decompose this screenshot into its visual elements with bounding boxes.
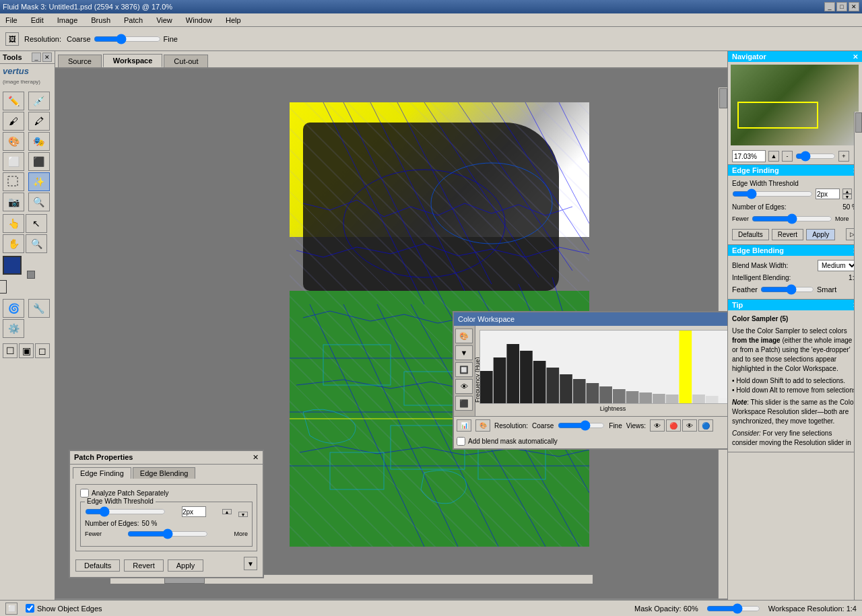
patch-threshold-down[interactable]: ▼ xyxy=(238,512,248,517)
tab-source[interactable]: Source xyxy=(58,55,102,67)
tool-bottom1[interactable]: ☐ xyxy=(3,343,18,358)
show-edges-checkbox[interactable] xyxy=(26,604,34,613)
cw-tool1[interactable]: 🎨 xyxy=(455,329,473,343)
patch-collapse-btn[interactable]: ▼ xyxy=(244,557,257,570)
cw-resolution-slider[interactable] xyxy=(558,420,605,431)
ef-threshold-slider[interactable] xyxy=(732,189,813,199)
tool-lasso[interactable] xyxy=(3,172,24,191)
menu-view[interactable]: View xyxy=(154,15,175,25)
patch-tab-edge-blending[interactable]: Edge Blending xyxy=(133,467,196,479)
mask-opacity-slider[interactable] xyxy=(706,603,760,614)
edge-blending-title: Edge Blending xyxy=(732,246,784,254)
tab-cutout[interactable]: Cut-out xyxy=(164,55,208,67)
tool-paint-right[interactable]: 🎭 xyxy=(28,132,50,151)
patch-threshold-up[interactable]: ▲ xyxy=(222,509,232,514)
ef-spin-btns: ▲ ▼ xyxy=(842,189,852,199)
right-panel-scrollbar[interactable] xyxy=(854,112,862,600)
ef-up-btn[interactable]: ▲ xyxy=(842,189,852,194)
pattern-swatch xyxy=(27,271,35,279)
tool-eyedropper[interactable]: 💉 xyxy=(28,92,50,110)
menu-edit[interactable]: Edit xyxy=(28,15,46,25)
nav-zoom-up[interactable]: ▲ xyxy=(768,151,779,162)
patch-close-btn[interactable]: ✕ xyxy=(253,453,259,462)
cw-views-label: Views: xyxy=(626,422,646,430)
nav-zoom-in[interactable]: + xyxy=(838,151,849,162)
patch-defaults-btn[interactable]: Defaults xyxy=(75,559,120,572)
cw-view2[interactable]: 🔴 xyxy=(666,419,681,432)
tool-select-right[interactable]: ⬛ xyxy=(28,152,50,171)
tool-zoom-region[interactable]: 🔍 xyxy=(28,193,50,211)
tools-close-btn[interactable]: ✕ xyxy=(42,53,52,62)
tool-zoom[interactable]: 🔍 xyxy=(26,234,47,253)
eb-blend-mask-select[interactable]: Narrow Medium Wide xyxy=(818,260,858,271)
resolution-slider[interactable] xyxy=(94,34,161,44)
right-panel-scroll-thumb[interactable] xyxy=(855,112,862,133)
tool-smudge[interactable]: 👆 xyxy=(3,214,24,233)
patch-edges-slider[interactable] xyxy=(127,528,208,539)
patch-analyze-group: Analyze Patch Separately Edge Width Thre… xyxy=(75,484,257,551)
cw-palette-btn[interactable]: 🎨 xyxy=(475,419,490,432)
tool-crop-view[interactable]: 📷 xyxy=(3,193,24,211)
menu-image[interactable]: Image xyxy=(55,15,81,25)
scroll-thumb-v[interactable] xyxy=(719,88,727,108)
nav-zoom-out[interactable]: - xyxy=(782,151,793,162)
minimize-button[interactable]: _ xyxy=(824,2,835,11)
tool-select-left[interactable]: ⬜ xyxy=(3,152,24,171)
tool-extra3[interactable]: ⚙️ xyxy=(3,319,24,338)
ef-apply-btn[interactable]: Apply xyxy=(806,229,835,240)
ef-threshold-input[interactable] xyxy=(816,189,840,199)
patch-revert-btn[interactable]: Revert xyxy=(124,559,163,572)
nav-zoom-input[interactable] xyxy=(732,150,766,162)
eb-blend-mask-label: Blend Mask Width: xyxy=(732,262,788,269)
navigator-close[interactable]: ✕ xyxy=(853,53,858,61)
analyze-checkbox[interactable] xyxy=(80,489,89,498)
nav-zoom-slider[interactable] xyxy=(795,151,836,162)
tool-bottom3[interactable]: ◻ xyxy=(35,343,50,358)
cw-view-buttons: 👁 🔴 👁 🔵 xyxy=(650,419,713,432)
cw-hist-btn[interactable]: 📊 xyxy=(457,419,471,432)
patch-threshold-slider[interactable] xyxy=(85,506,166,517)
cw-tool3[interactable]: 🔲 xyxy=(455,362,473,377)
menu-file[interactable]: File xyxy=(3,15,20,25)
cw-view4[interactable]: 🔵 xyxy=(698,419,713,432)
cw-tool5[interactable]: ⬛ xyxy=(455,396,473,411)
bottom-icon-btn[interactable]: ⬜ xyxy=(5,603,18,615)
tool-magic[interactable]: ✨ xyxy=(28,172,50,191)
ef-defaults-btn[interactable]: Defaults xyxy=(732,229,769,240)
cw-blend-mask-checkbox[interactable] xyxy=(457,437,465,446)
tool-pointer[interactable]: ↖ xyxy=(26,214,47,233)
window-controls[interactable]: _ □ ✕ xyxy=(824,2,859,11)
tool-extra2[interactable]: 🔧 xyxy=(28,299,50,318)
ef-revert-btn[interactable]: Revert xyxy=(772,229,803,240)
tools-minimize-btn[interactable]: _ xyxy=(32,53,41,62)
cw-tool2[interactable]: ▼ xyxy=(455,345,473,360)
cw-tool4[interactable]: 👁 xyxy=(455,379,473,394)
cw-view3[interactable]: 👁 xyxy=(682,419,697,432)
close-button[interactable]: ✕ xyxy=(849,2,859,11)
cw-view1[interactable]: 👁 xyxy=(650,419,665,432)
ef-edges-slider[interactable] xyxy=(752,213,832,224)
foreground-color[interactable] xyxy=(3,256,22,275)
maximize-button[interactable]: □ xyxy=(836,2,847,11)
tool-hand[interactable]: ✋ xyxy=(3,234,24,253)
tool-extra1[interactable]: 🌀 xyxy=(3,299,24,318)
patch-threshold-input[interactable] xyxy=(182,506,206,517)
tool-brush-left[interactable]: 🖌 xyxy=(3,112,24,131)
tool-pencil[interactable]: ✏️ xyxy=(3,92,24,110)
background-color[interactable] xyxy=(0,280,7,294)
menu-window[interactable]: Window xyxy=(183,15,215,25)
ef-down-btn[interactable]: ▼ xyxy=(842,194,852,199)
menu-brush[interactable]: Brush xyxy=(88,15,113,25)
svg-rect-38 xyxy=(573,379,586,404)
svg-rect-35 xyxy=(533,361,546,404)
canvas-area[interactable]: Color Workspace ✕ 🎨 ▼ 🔲 👁 ⬛ Frequency (H… xyxy=(55,69,727,598)
tool-brush-right[interactable]: 🖍 xyxy=(28,112,50,131)
menu-help[interactable]: Help xyxy=(223,15,244,25)
patch-tab-edge-finding[interactable]: Edge Finding xyxy=(73,467,131,479)
tool-paint-left[interactable]: 🎨 xyxy=(3,132,24,151)
tab-workspace[interactable]: Workspace xyxy=(103,54,163,67)
tool-bottom2[interactable]: ▣ xyxy=(19,343,34,358)
eb-feather-slider[interactable] xyxy=(760,284,814,295)
patch-apply-btn[interactable]: Apply xyxy=(168,559,204,572)
menu-patch[interactable]: Patch xyxy=(121,15,145,25)
